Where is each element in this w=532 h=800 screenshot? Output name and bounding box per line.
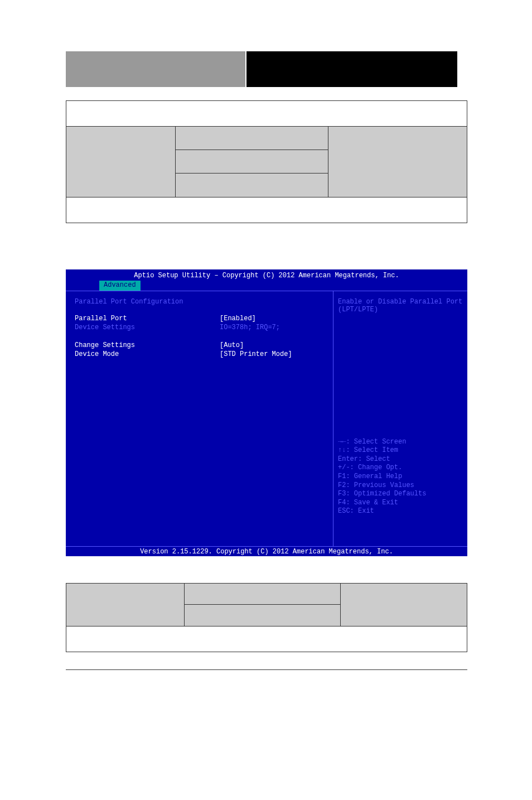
value-device-mode: [STD Printer Mode]	[220, 350, 292, 358]
key-legend: →←: Select Screen ↑↓: Select Item Enter:…	[338, 438, 463, 516]
setting-change-settings[interactable]: Change Settings [Auto]	[75, 341, 324, 349]
table-2	[66, 583, 467, 652]
setting-parallel-port[interactable]: Parallel Port [Enabled]	[75, 315, 324, 322]
bios-tab-bar: Advanced	[66, 281, 467, 291]
bios-main-panel: Parallel Port Configuration Parallel Por…	[66, 291, 333, 546]
setting-device-settings: Device Settings IO=378h; IRQ=7;	[75, 324, 324, 331]
table2-col1	[66, 584, 185, 626]
header-right-box	[246, 51, 457, 87]
key-f2: F2: Previous Values	[338, 481, 463, 490]
key-esc: ESC: Exit	[338, 507, 463, 516]
table2-col2	[185, 584, 341, 626]
label-device-mode: Device Mode	[75, 350, 220, 358]
footer-divider	[66, 669, 467, 670]
key-select-screen: →←: Select Screen	[338, 438, 463, 447]
page-header	[66, 51, 457, 87]
label-parallel-port: Parallel Port	[75, 315, 220, 322]
key-enter: Enter: Select	[338, 455, 463, 464]
label-change-settings: Change Settings	[75, 341, 220, 349]
table1-col2	[176, 127, 328, 197]
bios-footer: Version 2.15.1229. Copyright (C) 2012 Am…	[66, 546, 467, 556]
table1-col2-cell1	[176, 127, 328, 150]
table1-col2-cell3	[176, 174, 328, 197]
table1-col3	[328, 127, 467, 197]
key-f1: F1: General Help	[338, 473, 463, 481]
label-device-settings: Device Settings	[75, 324, 220, 331]
key-change-opt: +/-: Change Opt.	[338, 464, 463, 473]
table1-footer-row	[66, 197, 467, 223]
header-left-box	[66, 51, 246, 87]
table2-col2-cell1	[185, 584, 341, 605]
key-f4: F4: Save & Exit	[338, 499, 463, 508]
setting-device-mode[interactable]: Device Mode [STD Printer Mode]	[75, 350, 324, 358]
table2-footer-row	[66, 626, 467, 652]
value-change-settings: [Auto]	[220, 341, 244, 349]
table1-header-row	[66, 101, 467, 127]
table1-col1	[66, 127, 176, 197]
section-title: Parallel Port Configuration	[75, 298, 324, 306]
help-text: Enable or Disable Parallel Port (LPT/LPT…	[338, 298, 463, 314]
key-select-item: ↑↓: Select Item	[338, 446, 463, 455]
bios-header: Aptio Setup Utility – Copyright (C) 2012…	[66, 269, 467, 281]
bios-setup-screen: Aptio Setup Utility – Copyright (C) 2012…	[66, 269, 467, 557]
table2-col3	[341, 584, 467, 626]
value-parallel-port: [Enabled]	[220, 315, 256, 322]
table-1	[66, 100, 467, 223]
value-device-settings: IO=378h; IRQ=7;	[220, 324, 280, 331]
table1-col2-cell2	[176, 150, 328, 174]
key-f3: F3: Optimized Defaults	[338, 490, 463, 499]
table2-col2-cell2	[185, 605, 341, 626]
bios-help-panel: Enable or Disable Parallel Port (LPT/LPT…	[333, 291, 467, 546]
tab-advanced[interactable]: Advanced	[99, 281, 141, 291]
